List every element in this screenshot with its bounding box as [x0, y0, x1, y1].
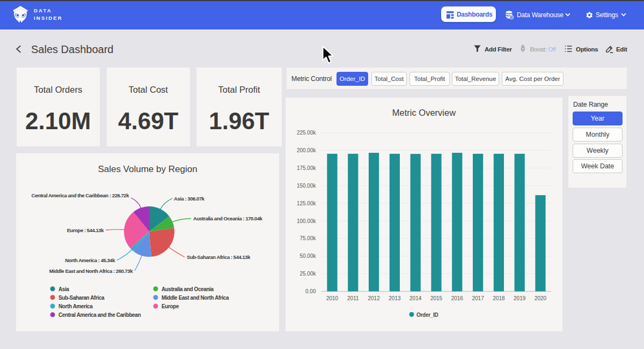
svg-text:2016: 2016: [451, 295, 464, 301]
svg-text:North America : 45.34k: North America : 45.34k: [65, 257, 115, 263]
svg-text:Sub-Saharan Africa: Sub-Saharan Africa: [58, 295, 105, 301]
svg-text:0.00: 0.00: [305, 288, 316, 294]
svg-text:2011: 2011: [347, 295, 359, 301]
svg-text:Central America and the Caribb: Central America and the Caribbean : 226.…: [32, 192, 130, 198]
svg-text:Middle East and North Africa: Middle East and North Africa: [162, 295, 229, 301]
svg-text:2015: 2015: [430, 295, 443, 301]
svg-text:175.00k: 175.00k: [297, 165, 317, 171]
svg-text:Europe: Europe: [162, 303, 179, 309]
svg-text:2019: 2019: [514, 295, 526, 301]
svg-text:Middle East and North Africa :: Middle East and North Africa : 260.73k: [49, 268, 133, 274]
svg-text:100.00k: 100.00k: [297, 218, 317, 224]
svg-text:150.00k: 150.00k: [297, 183, 317, 189]
svg-text:Sub-Saharan Africa : 544.13k: Sub-Saharan Africa : 544.13k: [187, 254, 251, 260]
svg-text:Australia and Oceania : 170.04: Australia and Oceania : 170.04k: [193, 216, 263, 221]
svg-text:2020: 2020: [535, 295, 547, 301]
svg-text:225.00k: 225.00k: [297, 130, 317, 136]
svg-text:Asia : 306.07k: Asia : 306.07k: [174, 196, 205, 202]
svg-text:200.00k: 200.00k: [297, 147, 317, 153]
svg-text:2010: 2010: [326, 295, 339, 301]
svg-text:50.00k: 50.00k: [299, 253, 316, 259]
svg-text:Europe : 544.13k: Europe : 544.13k: [67, 227, 104, 233]
svg-text:75.00k: 75.00k: [299, 235, 316, 241]
svg-text:2014: 2014: [409, 295, 422, 301]
svg-text:North America: North America: [58, 303, 93, 309]
svg-text:25.00k: 25.00k: [299, 271, 316, 277]
svg-text:Central America and the Caribb: Central America and the Caribbean: [58, 312, 141, 318]
svg-text:Asia: Asia: [58, 286, 69, 292]
svg-text:2017: 2017: [472, 295, 484, 301]
svg-text:2018: 2018: [493, 295, 505, 301]
svg-text:Order_ID: Order_ID: [416, 312, 438, 318]
svg-text:Metric Overview: Metric Overview: [392, 108, 456, 117]
svg-text:Sales Volume by Region: Sales Volume by Region: [98, 164, 197, 174]
svg-text:2013: 2013: [389, 295, 401, 301]
svg-text:2012: 2012: [368, 295, 380, 301]
svg-text:125.00k: 125.00k: [297, 201, 317, 206]
svg-text:Australia and Oceania: Australia and Oceania: [162, 286, 214, 292]
